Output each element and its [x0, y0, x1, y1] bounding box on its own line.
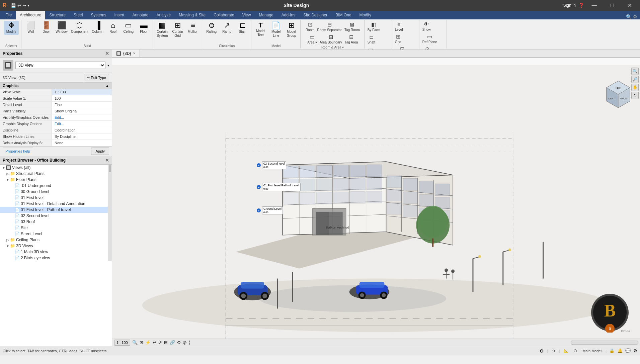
tab-bim-one[interactable]: BIM One: [331, 11, 355, 19]
scale-icon-10[interactable]: ⟨: [188, 340, 190, 345]
scale-icon-2[interactable]: ⊡: [140, 340, 143, 345]
ribbon-btn-column[interactable]: ▐ Column: [90, 21, 105, 35]
tree-item-floor-plans[interactable]: ▼ 📁 Floor Plans: [0, 177, 108, 183]
prop-value-scale-value[interactable]: 100: [52, 95, 112, 101]
zoom-out-button[interactable]: 🔎: [631, 76, 639, 83]
ribbon-btn-stair[interactable]: ⊏ Stair: [235, 21, 250, 35]
maximize-button[interactable]: □: [605, 0, 620, 10]
prop-value-parts-visibility[interactable]: Show Original: [52, 108, 112, 114]
ribbon-btn-component[interactable]: ⬡ Component: [70, 21, 90, 35]
tab-addins[interactable]: Add-Ins: [277, 11, 299, 19]
prop-value-graphic-display[interactable]: Edit...: [52, 121, 112, 127]
orbit-button[interactable]: ↻: [631, 92, 639, 99]
ribbon-btn-shaft[interactable]: ⊏ Shaft: [367, 33, 376, 45]
scale-icon-3[interactable]: ⚡: [145, 340, 151, 345]
ribbon-btn-ramp[interactable]: ↗ Ramp: [220, 21, 234, 35]
status-view-type[interactable]: ⬡: [572, 349, 578, 353]
viewport-tab-3d[interactable]: 🔲 {3D} ✕: [112, 50, 140, 57]
prop-value-detail-level[interactable]: Fine: [52, 102, 112, 108]
scale-icon-4[interactable]: ↩: [153, 340, 156, 345]
prop-value-vg-overrides[interactable]: Edit...: [52, 114, 112, 120]
ribbon-btn-area[interactable]: ▭ Area ▾: [306, 33, 318, 45]
ribbon-btn-ref-plane2[interactable]: ▭ Ref Plane: [421, 33, 438, 44]
scale-icon-5[interactable]: ↗: [158, 340, 162, 345]
tree-item-roof[interactable]: 📄 03 Roof: [0, 219, 108, 225]
scale-icon-6[interactable]: ⊞: [164, 340, 168, 345]
tab-insert[interactable]: Insert: [110, 11, 128, 19]
minimize-button[interactable]: —: [587, 0, 602, 10]
ribbon-search-icon[interactable]: 🔍: [626, 14, 632, 19]
ribbon-btn-curtain-grid[interactable]: ⊞ CurtainGrid: [170, 21, 185, 39]
prop-value-show-hidden-lines[interactable]: By Discipline: [52, 133, 112, 140]
tab-steel[interactable]: Steel: [70, 11, 87, 19]
status-plugin-icon[interactable]: ⚙: [540, 348, 544, 354]
ribbon-btn-by-face[interactable]: ◧ By Face: [367, 21, 381, 32]
tree-item-underground[interactable]: 📄 -01 Underground: [0, 183, 108, 189]
tree-item-ground-level[interactable]: 📄 00 Ground level: [0, 189, 108, 195]
tab-massing[interactable]: Massing & Site: [175, 11, 210, 19]
ribbon-btn-mullion[interactable]: ≡ Mullion: [186, 21, 201, 35]
status-icon-4[interactable]: ⚙: [633, 348, 637, 353]
ribbon-btn-floor[interactable]: ▬ Floor: [137, 21, 151, 35]
nav-cube[interactable]: TOP LEFT FRONT: [603, 78, 633, 108]
status-icon-1[interactable]: 🔒: [609, 348, 615, 353]
tree-item-3d-views[interactable]: ▼ 📁 3D Views: [0, 243, 108, 249]
zoom-in-button[interactable]: 🔍: [631, 68, 639, 75]
tree-item-ceiling-plans[interactable]: ▷ 📁 Ceiling Plans: [0, 237, 108, 243]
close-button[interactable]: ✕: [622, 0, 637, 10]
tab-site-designer[interactable]: Site Designer: [299, 11, 331, 19]
properties-help-link[interactable]: Properties help: [3, 148, 33, 155]
ribbon-btn-curtain-system[interactable]: ▦ CurtainSystem: [155, 21, 170, 39]
tab-collaborate[interactable]: Collaborate: [210, 11, 238, 19]
status-view-icon[interactable]: 📐: [562, 349, 570, 353]
scale-icon-7[interactable]: 🔗: [170, 340, 175, 345]
quick-access-more[interactable]: ▾: [27, 3, 29, 8]
tree-item-birds-eye-view[interactable]: 📄 2 Birds eye view: [0, 255, 108, 261]
tab-view[interactable]: View: [238, 11, 255, 19]
scale-icon-8[interactable]: ⊙: [177, 340, 181, 345]
pan-button[interactable]: ✋: [631, 84, 639, 91]
tab-annotate[interactable]: Annotate: [128, 11, 152, 19]
tab-systems[interactable]: Systems: [87, 11, 110, 19]
ribbon-btn-model-group[interactable]: ⊞ ModelGroup: [284, 21, 299, 39]
ribbon-btn-model-line[interactable]: 📄 ModelLine: [269, 21, 284, 39]
prop-value-view-scale[interactable]: 1 : 100: [52, 89, 112, 95]
ribbon-btn-area-boundary[interactable]: ⊞ Area Boundary: [319, 33, 343, 45]
scale-icon-9[interactable]: ◎: [183, 340, 186, 345]
ribbon-btn-roof[interactable]: ⌂ Roof: [106, 21, 121, 35]
prop-value-analysis-display[interactable]: None: [52, 140, 112, 146]
tree-item-site[interactable]: 📄 Site: [0, 225, 108, 231]
sign-in-link[interactable]: Sign In: [563, 3, 576, 8]
ribbon-btn-model-text[interactable]: T ModelText: [253, 21, 268, 38]
ribbon-btn-room-separator[interactable]: ⊟ Room Separator: [316, 21, 343, 32]
quick-access-redo[interactable]: ↪: [22, 3, 26, 8]
ribbon-btn-railing[interactable]: ⊜ Railing: [204, 21, 219, 35]
tree-item-street-level[interactable]: 📄 Street Level: [0, 231, 108, 237]
ribbon-options-icon[interactable]: ⚙: [633, 14, 637, 19]
ribbon-btn-door[interactable]: 🚪 Door: [39, 21, 54, 35]
tab-file[interactable]: File: [1, 11, 16, 19]
ribbon-btn-show[interactable]: 👁 Show: [421, 21, 432, 32]
tab-manage[interactable]: Manage: [255, 11, 277, 19]
ribbon-btn-grid[interactable]: ⊞ Grid: [394, 33, 402, 44]
properties-close-button[interactable]: ✕: [105, 51, 109, 56]
quick-access-save[interactable]: 💾: [11, 3, 16, 8]
project-browser-close-button[interactable]: ✕: [105, 158, 109, 163]
ribbon-btn-wall[interactable]: ⬜ Wall: [23, 21, 38, 35]
prop-value-discipline[interactable]: Coordination: [52, 127, 112, 133]
apply-button[interactable]: Apply: [91, 148, 109, 155]
status-icon-2[interactable]: 🔔: [617, 348, 623, 353]
tree-item-views-all[interactable]: ▼ 🔲 Views (all): [0, 165, 108, 171]
view-type-dropdown[interactable]: 3D View: [15, 62, 105, 69]
viewport-canvas[interactable]: Balkon Archited: [112, 58, 640, 346]
tree-item-main-3d-view[interactable]: 📄 1 Main 3D view: [0, 249, 108, 255]
ribbon-btn-tag-area[interactable]: ⊟ Tag Area: [344, 33, 359, 45]
tree-item-first-level[interactable]: 📄 01 First level: [0, 195, 108, 201]
tab-analyze[interactable]: Analyze: [153, 11, 175, 19]
tree-scrollbar[interactable]: [108, 165, 112, 261]
tab-structure[interactable]: Structure: [45, 11, 70, 19]
scale-label[interactable]: 1 : 100: [114, 340, 130, 346]
scroll-bar-h[interactable]: [571, 341, 638, 345]
tree-item-structural-plans[interactable]: ▷ 📁 Structural Plans: [0, 171, 108, 177]
ribbon-btn-level[interactable]: ≡ Level: [394, 21, 404, 32]
